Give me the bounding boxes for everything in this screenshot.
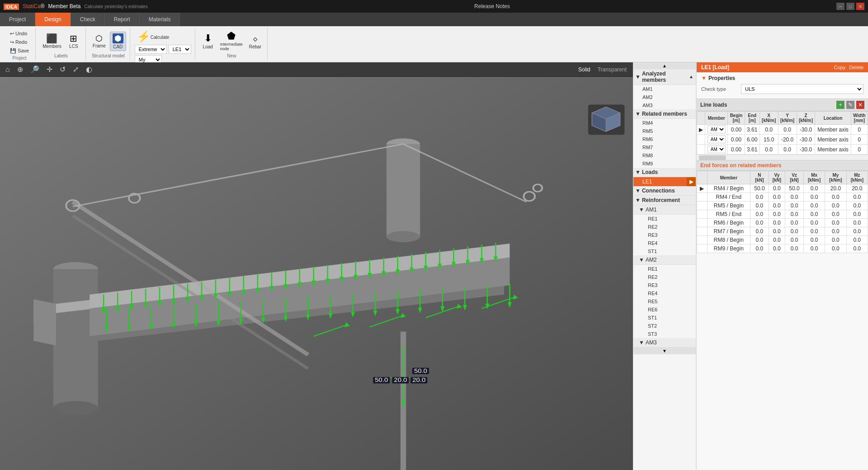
cad-button[interactable]: ⬢ CAD <box>110 32 126 51</box>
delete-button[interactable]: Delete <box>849 65 863 70</box>
cad-icon: ⬢ <box>113 33 123 43</box>
tree-item-am3[interactable]: AM3 <box>633 101 696 109</box>
le1-select[interactable]: LE1 <box>169 45 191 54</box>
expand-am3[interactable] <box>697 145 705 155</box>
tree-item-am2[interactable]: AM2 <box>633 93 696 101</box>
minimize-button[interactable]: ─ <box>836 3 844 10</box>
save-button[interactable]: 💾 Save <box>7 47 32 55</box>
tree-item-rein-am2-re4[interactable]: RE4 <box>633 289 696 297</box>
ef-expand-3[interactable] <box>697 210 708 219</box>
tree-item-le1[interactable]: LE1 ▶ <box>633 177 696 186</box>
svg-rect-5 <box>33 304 112 307</box>
tree-item-rein-am1-st1[interactable]: ST1 <box>633 247 696 255</box>
tab-report[interactable]: Report <box>105 13 140 26</box>
members-button[interactable]: ⬛ Members <box>40 33 64 50</box>
ef-mx-3: 0.0 <box>803 210 825 219</box>
window-controls[interactable]: ─ □ ✕ <box>836 3 864 10</box>
close-button[interactable]: ✕ <box>856 3 864 10</box>
section-button[interactable]: ◐ <box>84 64 94 75</box>
svg-marker-68 <box>410 268 413 272</box>
col-begin: Begin[m] <box>728 112 745 125</box>
copy-button[interactable]: Copy <box>834 65 846 70</box>
fit-button[interactable]: ⤢ <box>71 64 80 75</box>
tree-item-rm5[interactable]: RM5 <box>633 127 696 135</box>
zoom-button[interactable]: 🔎 <box>28 64 41 75</box>
member-select-am2[interactable]: AM2 <box>708 136 726 143</box>
tree-section-rein-am1[interactable]: ▼ AM1 <box>633 205 696 215</box>
tree-item-rein-am1-re3[interactable]: RE3 <box>633 231 696 239</box>
tree-item-rm4[interactable]: RM4 <box>633 119 696 127</box>
redo-button[interactable]: ↪ Redo <box>7 38 32 46</box>
col-x: X[kN/m] <box>760 112 778 125</box>
ef-expand-0[interactable]: ▶ <box>697 184 708 193</box>
analyzed-members-scroll[interactable]: ▲ <box>689 74 694 80</box>
expand-am2[interactable] <box>697 135 705 145</box>
calculate-button[interactable]: ⚡ Calculate <box>135 30 172 43</box>
tree-section-rein-am2[interactable]: ▼ AM2 <box>633 255 696 265</box>
intermediate-node-button[interactable]: ⬟ Intermediatenode <box>218 30 245 52</box>
load-label: Load <box>203 44 213 49</box>
tree-item-rein-am2-re5[interactable]: RE5 <box>633 297 696 306</box>
tab-project[interactable]: Project <box>0 13 35 26</box>
edit-line-load-button[interactable]: ✎ <box>846 101 854 109</box>
tree-section-related-members[interactable]: ▼ Related members <box>633 109 696 119</box>
tab-check[interactable]: Check <box>71 13 105 26</box>
ef-expand-6[interactable] <box>697 236 708 244</box>
expand-am1[interactable]: ▶ <box>697 125 705 135</box>
pan-button[interactable]: ✛ <box>45 64 54 75</box>
member-select-am1[interactable]: AM1 <box>708 126 726 133</box>
tree-item-rm9[interactable]: RM9 <box>633 160 696 168</box>
rebar-button[interactable]: ⬦ Rebar <box>247 32 264 51</box>
tab-materials[interactable]: Materials <box>140 13 180 26</box>
home-view-button[interactable]: ⌂ <box>4 65 12 75</box>
tree-item-rein-am2-st3[interactable]: ST3 <box>633 330 696 338</box>
transparent-view-option[interactable]: Transparent <box>595 66 629 74</box>
tree-item-rein-am1-re2[interactable]: RE2 <box>633 223 696 231</box>
tree-section-connections[interactable]: ▼ Connections <box>633 186 696 196</box>
ef-expand-4[interactable] <box>697 219 708 227</box>
svg-marker-145 <box>606 113 620 132</box>
tree-section-loads[interactable]: ▼ Loads <box>633 168 696 177</box>
tree-item-rm8[interactable]: RM8 <box>633 151 696 160</box>
add-line-load-button[interactable]: + <box>836 101 844 109</box>
undo-button[interactable]: ↩ Undo <box>7 30 32 38</box>
tree-item-rm6[interactable]: RM6 <box>633 135 696 143</box>
lcs-button[interactable]: ⊞ LCS <box>66 33 82 50</box>
tree-section-reinforcement[interactable]: ▼ Reinforcement <box>633 196 696 205</box>
tree-item-rein-am2-st1[interactable]: ST1 <box>633 314 696 322</box>
tree-item-rein-am1-re4[interactable]: RE4 <box>633 239 696 247</box>
ef-expand-5[interactable] <box>697 227 708 236</box>
rotate-button[interactable]: ↺ <box>58 64 67 75</box>
tree-scroll-down[interactable]: ▼ <box>633 348 696 354</box>
tree-item-rein-am2-re3[interactable]: RE3 <box>633 281 696 289</box>
frame-button[interactable]: ⬡ Frame <box>90 33 108 50</box>
cube-navigator[interactable] <box>588 105 625 135</box>
delete-line-load-button[interactable]: ✕ <box>856 101 864 109</box>
line-loads-scrollbar[interactable] <box>697 155 868 160</box>
tree-item-rein-am1-re1[interactable]: RE1 <box>633 215 696 223</box>
ef-expand-2[interactable] <box>697 202 708 210</box>
extreme-select[interactable]: Extreme <box>135 45 167 54</box>
maximize-button[interactable]: □ <box>846 3 854 10</box>
check-type-select[interactable]: ULS SLS <box>741 84 863 94</box>
ef-expand-1[interactable] <box>697 193 708 202</box>
3d-scene[interactable]: 50.0 50.0 20.0 20.0 <box>0 77 633 470</box>
viewport[interactable]: ⌂ ⊕ 🔎 ✛ ↺ ⤢ ◐ Solid Transparent <box>0 62 633 470</box>
ef-expand-7[interactable] <box>697 244 708 253</box>
tab-design[interactable]: Design <box>35 13 71 26</box>
tree-item-am1[interactable]: AM1 <box>633 85 696 93</box>
zoom-fit-button[interactable]: ⊕ <box>15 64 25 75</box>
svg-line-141 <box>592 113 620 126</box>
tree-item-rein-am2-st2[interactable]: ST2 <box>633 322 696 330</box>
ef-mz-6: 0.0 <box>846 236 868 244</box>
tree-section-analyzed-members[interactable]: ▼ Analyzed members ▲ <box>633 69 696 85</box>
tree-item-rein-am2-re1[interactable]: RE1 <box>633 265 696 273</box>
tree-item-rm7[interactable]: RM7 <box>633 143 696 151</box>
member-select-am3[interactable]: AM3 <box>708 146 726 153</box>
tree-scroll-up[interactable]: ▲ <box>633 62 696 69</box>
solid-view-option[interactable]: Solid <box>576 66 593 74</box>
load-button[interactable]: ⬇ Load <box>200 32 216 51</box>
tree-item-rein-am2-re2[interactable]: RE2 <box>633 273 696 281</box>
tree-item-rein-am2-re6[interactable]: RE6 <box>633 306 696 314</box>
tree-section-rein-am3[interactable]: ▼ AM3 <box>633 338 696 348</box>
